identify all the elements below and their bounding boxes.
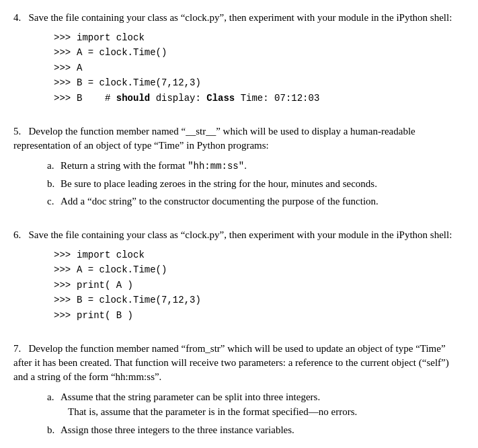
sub-list-5: a. Return a string with the format "hh:m… <box>47 158 465 209</box>
section-5-title: 5. Develop the function member named “__… <box>13 124 465 153</box>
section-5: 5. Develop the function member named “__… <box>13 124 465 209</box>
code-text: B = clock.Time(7,12,3) <box>77 293 201 307</box>
section-6-title: 6. Save the file containing your class a… <box>13 228 465 242</box>
list-item-text: Assign those three integers to the three… <box>61 422 294 438</box>
prompt: >>> <box>54 75 74 90</box>
sub-list-7: a. Assume that the string parameter can … <box>47 389 465 438</box>
code-text: print( B ) <box>77 308 133 323</box>
list-item-text: Assume that the string parameter can be … <box>61 389 357 420</box>
list-item: a. Return a string with the format "hh:m… <box>47 158 465 174</box>
section-7-title: 7. Develop the function member named “fr… <box>13 342 465 384</box>
code-line: >>> print( B ) <box>54 308 465 323</box>
list-item: b. Be sure to place leading zeroes in th… <box>47 176 465 192</box>
prompt: >>> <box>54 308 74 323</box>
prompt: >>> <box>54 61 74 75</box>
code-line: >>> A = clock.Time() <box>54 262 465 277</box>
code-text: import clock <box>77 30 145 45</box>
section-4-title: 4. Save the file containing your class a… <box>13 11 465 25</box>
code-text: import clock <box>77 248 145 262</box>
list-label: c. <box>47 194 56 209</box>
code-text: B = clock.Time(7,12,3) <box>77 75 201 90</box>
prompt: >>> <box>54 248 74 262</box>
list-item-text: Be sure to place leading zeroes in the s… <box>61 176 377 192</box>
section-7: 7. Develop the function member named “fr… <box>13 342 465 438</box>
code-text: B # should display: Class Time: 07:12:03 <box>77 91 319 106</box>
code-text: A = clock.Time() <box>77 262 167 277</box>
prompt: >>> <box>54 293 74 307</box>
list-item: c. Add a “doc string” to the constructor… <box>47 194 465 209</box>
code-block-4: >>> import clock >>> A = clock.Time() >>… <box>54 30 465 106</box>
code-line: >>> import clock <box>54 30 465 45</box>
code-text: print( A ) <box>77 278 133 293</box>
prompt: >>> <box>54 262 74 277</box>
list-label: a. <box>47 158 56 174</box>
code-line: >>> A <box>54 61 465 75</box>
prompt: >>> <box>54 45 74 60</box>
list-item: a. Assume that the string parameter can … <box>47 389 465 420</box>
list-label: b. <box>47 176 56 192</box>
section-6: 6. Save the file containing your class a… <box>13 228 465 323</box>
list-item-text: Return a string with the format "hh:mm:s… <box>61 158 247 174</box>
code-line: >>> B = clock.Time(7,12,3) <box>54 75 465 90</box>
code-line: >>> import clock <box>54 248 465 262</box>
list-label: a. <box>47 389 56 405</box>
code-line: >>> A = clock.Time() <box>54 45 465 60</box>
code-line: >>> print( A ) <box>54 278 465 293</box>
list-item-text: Add a “doc string” to the constructor do… <box>61 194 379 209</box>
list-item: b. Assign those three integers to the th… <box>47 422 465 438</box>
list-label: b. <box>47 422 56 438</box>
prompt: >>> <box>54 91 74 106</box>
code-text: A = clock.Time() <box>77 45 167 60</box>
code-block-6: >>> import clock >>> A = clock.Time() >>… <box>54 248 465 323</box>
code-line: >>> B = clock.Time(7,12,3) <box>54 293 465 307</box>
section-4: 4. Save the file containing your class a… <box>13 11 465 106</box>
prompt: >>> <box>54 278 74 293</box>
code-line: >>> B # should display: Class Time: 07:1… <box>54 91 465 106</box>
prompt: >>> <box>54 30 74 45</box>
code-text: A <box>77 61 82 75</box>
